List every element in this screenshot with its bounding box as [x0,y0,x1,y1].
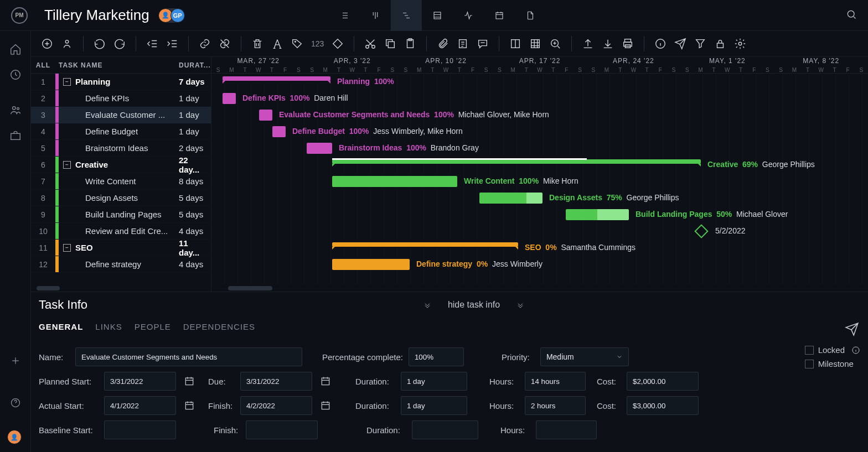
view-list-icon[interactable] [329,0,360,31]
priority-select[interactable]: Medium [540,347,629,366]
table-row[interactable]: 4 Define Budget 1 day [31,123,211,140]
export-icon[interactable] [582,38,594,50]
view-sheet-icon[interactable] [422,0,453,31]
table-row[interactable]: 9 Build Landing Pages 5 days [31,206,211,223]
cut-icon[interactable] [364,38,376,50]
gantt-hscroll[interactable] [211,285,868,292]
attach-icon[interactable] [437,38,449,50]
calendar-icon[interactable] [318,373,333,389]
briefcase-icon[interactable] [9,129,22,142]
task-bar[interactable] [566,209,629,220]
team-icon[interactable] [9,104,22,116]
lock-icon[interactable] [714,38,726,50]
tab-links[interactable]: LINKS [95,322,122,337]
redo-icon[interactable] [113,38,126,50]
finish-input[interactable] [240,396,312,415]
trash-icon[interactable] [251,38,264,50]
task-bar[interactable] [259,110,272,121]
unlink-icon[interactable] [219,38,231,50]
note-icon[interactable] [457,38,469,50]
task-bar[interactable] [272,126,286,137]
print-icon[interactable] [622,38,634,50]
calendar-icon[interactable] [182,398,197,413]
search-icon[interactable] [846,9,857,22]
col-dur[interactable]: DURAT... [179,57,211,73]
view-board-icon[interactable] [360,0,391,31]
tab-general[interactable]: GENERAL [39,322,83,337]
avatar[interactable]: GP [170,8,185,23]
diamond-icon[interactable] [332,38,344,50]
gear-icon[interactable] [734,38,746,50]
task-bar[interactable] [332,259,410,270]
avatar-group[interactable]: 👤 GP [161,8,185,23]
duration-input[interactable] [401,396,467,415]
baseline-finish-input[interactable] [246,420,318,439]
hours-input[interactable] [525,396,586,415]
home-icon[interactable] [9,43,22,55]
view-gantt-icon[interactable] [391,0,422,31]
cost-input[interactable] [627,396,699,415]
locked-checkbox[interactable]: Locked [805,345,860,355]
due-input[interactable] [240,372,312,391]
baseline-hours-input[interactable] [536,420,597,439]
user-avatar[interactable]: 👤 [7,430,22,444]
collapse-icon[interactable]: − [63,161,71,169]
table-row[interactable]: 2 Define KPIs 1 day [31,90,211,107]
task-bar[interactable] [332,176,457,187]
table-row[interactable]: 6 − Creative 22 day... [31,157,211,173]
hours-input[interactable] [525,372,586,391]
clock-icon[interactable] [9,69,22,81]
table-row[interactable]: 12 Define strategy 4 days [31,256,211,273]
send-button[interactable] [845,322,860,337]
summary-bar[interactable] [223,76,330,81]
add-circle-icon[interactable] [41,38,53,50]
milestone-checkbox[interactable]: Milestone [805,359,860,368]
send-icon[interactable] [674,38,686,50]
cost-input[interactable] [627,372,699,391]
gantt-chart[interactable]: MAR, 27 '22APR, 3 '22APR, 10 '22APR, 17 … [211,57,868,292]
table-row[interactable]: 1 − Planning 7 days [31,74,211,90]
col-name[interactable]: TASK NAME [55,57,179,73]
task-bar[interactable] [479,193,542,204]
duration-input[interactable] [401,372,467,391]
columns-icon[interactable] [509,38,521,50]
text-icon[interactable] [271,38,283,50]
collapse-icon[interactable]: − [63,78,71,86]
zoom-icon[interactable] [549,38,561,50]
task-bar[interactable] [223,93,236,104]
planned-start-input[interactable] [104,372,176,391]
import-icon[interactable] [602,38,614,50]
paste-icon[interactable] [404,38,416,50]
baseline-duration-input[interactable] [412,420,478,439]
tag-icon[interactable] [291,38,303,50]
indent-icon[interactable] [166,38,178,50]
calendar-icon[interactable] [182,373,197,389]
undo-icon[interactable] [94,38,106,50]
outdent-icon[interactable] [146,38,158,50]
copy-icon[interactable] [384,38,396,50]
filter-icon[interactable] [694,38,706,50]
task-list-hscroll[interactable] [31,285,211,292]
actual-start-input[interactable] [104,396,176,415]
tab-dependencies[interactable]: DEPENDENCIES [183,322,255,337]
info-icon[interactable] [654,38,666,50]
link-icon[interactable] [199,38,211,50]
table-row[interactable]: 5 Brainstorm Ideas 2 days [31,140,211,157]
view-calendar-icon[interactable] [484,0,515,31]
baseline-start-input[interactable] [104,420,176,439]
person-icon[interactable] [61,38,73,50]
table-row[interactable]: 10 Review and Edit Cre... 4 days [31,223,211,240]
table-row[interactable]: 3 Evaluate Customer ... 1 day [31,107,211,123]
add-icon[interactable] [9,355,22,367]
summary-bar[interactable] [332,242,518,247]
comment-icon[interactable] [477,38,489,50]
hide-task-info[interactable]: hide task info [423,300,524,310]
milestone-icon[interactable] [694,224,708,238]
col-all[interactable]: ALL [31,57,55,73]
pct-input[interactable] [409,347,464,366]
table-row[interactable]: 7 Write Content 8 days [31,173,211,190]
name-input[interactable] [75,347,302,366]
view-file-icon[interactable] [515,0,546,31]
calendar-icon[interactable] [318,398,333,413]
help-icon[interactable] [9,397,22,409]
